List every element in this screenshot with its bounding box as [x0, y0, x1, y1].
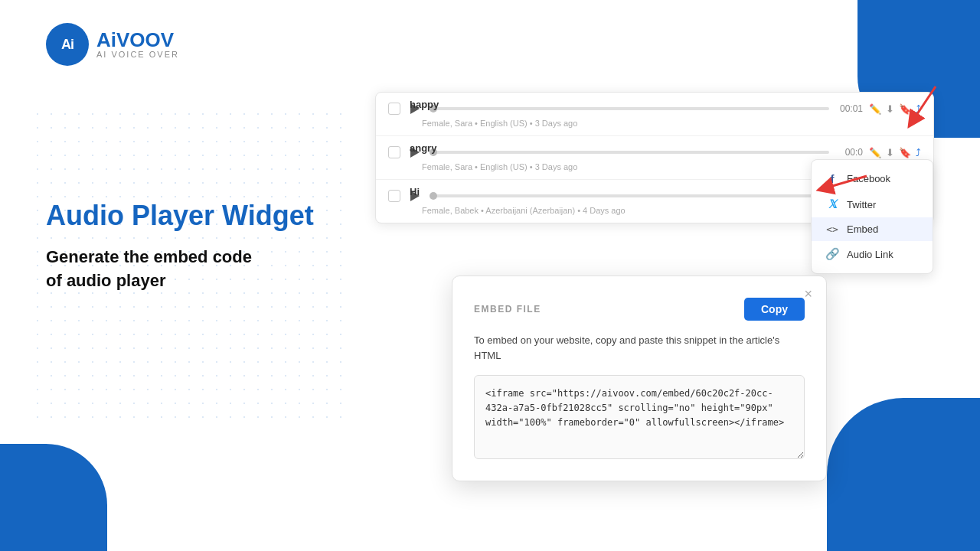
audio-meta-1: Female, Sara • English (US) • 3 Days ago [422, 119, 921, 128]
page-title: Audio Player Widget [46, 199, 314, 232]
red-arrow-mid [813, 170, 874, 197]
logo-icon: Ai [46, 23, 89, 66]
progress-bar-2[interactable] [430, 151, 829, 154]
embed-modal-header: EMBED FILE Copy [474, 298, 805, 321]
close-button[interactable]: × [804, 287, 812, 301]
link-icon: 🔗 [825, 247, 839, 261]
page-description: Generate the embed codeof audio player [46, 246, 314, 293]
embed-description: To embed on your website, copy and paste… [474, 333, 805, 363]
audio-actions-2: ✏️ ⬇ 🔖 ⤴ [869, 147, 921, 158]
svg-line-1 [913, 86, 936, 121]
logo-name: AiVOOV [96, 30, 179, 50]
progress-thumb-3 [430, 192, 437, 200]
share-icon-2[interactable]: ⤴ [916, 147, 921, 158]
audio-time-2: 00:0 [835, 147, 863, 158]
audio-title-2: angry [410, 142, 436, 154]
twitter-label: Twitter [847, 199, 876, 210]
progress-bar-3[interactable] [430, 194, 829, 197]
deco-bottom-left [0, 444, 107, 551]
checkbox-3[interactable] [388, 190, 400, 202]
logo-tagline: Ai Voice Over [96, 50, 179, 59]
audio-row-1: 00:01 ✏️ ⬇ 🔖 ⤴ Female, Sara • English (U… [376, 93, 933, 136]
logo-text: AiVOOV Ai Voice Over [96, 30, 179, 59]
audio-time-1: 00:01 [835, 103, 863, 114]
bookmark-icon-2[interactable]: 🔖 [899, 147, 911, 158]
audio-title-3: Hi [410, 186, 420, 197]
audio-title-1: happy [410, 99, 439, 110]
embed-code-textarea[interactable] [474, 375, 805, 459]
embed-label: Embed [847, 223, 878, 235]
download-icon-1[interactable]: ⬇ [886, 103, 894, 115]
edit-icon-1[interactable]: ✏️ [869, 103, 881, 115]
share-embed[interactable]: <> Embed [812, 217, 933, 241]
red-arrow-top [905, 83, 943, 129]
edit-icon-2[interactable]: ✏️ [869, 147, 881, 158]
checkbox-2[interactable] [388, 146, 400, 158]
embed-modal-title: EMBED FILE [474, 304, 541, 315]
deco-bottom-right [827, 398, 980, 551]
audio-panel: 00:01 ✏️ ⬇ 🔖 ⤴ Female, Sara • English (U… [375, 92, 934, 223]
download-icon-2[interactable]: ⬇ [886, 147, 894, 158]
header: Ai AiVOOV Ai Voice Over [46, 23, 179, 66]
progress-bar-1[interactable] [430, 107, 829, 110]
left-content: Audio Player Widget Generate the embed c… [46, 199, 314, 293]
audio-link-label: Audio Link [847, 249, 893, 260]
share-audio-link[interactable]: 🔗 Audio Link [812, 241, 933, 267]
checkbox-1[interactable] [388, 103, 400, 115]
twitter-icon: 𝕏 [825, 197, 839, 211]
embed-modal: × EMBED FILE Copy To embed on your websi… [452, 276, 827, 481]
copy-button[interactable]: Copy [744, 298, 805, 321]
svg-line-3 [825, 176, 867, 188]
embed-icon: <> [825, 223, 839, 235]
